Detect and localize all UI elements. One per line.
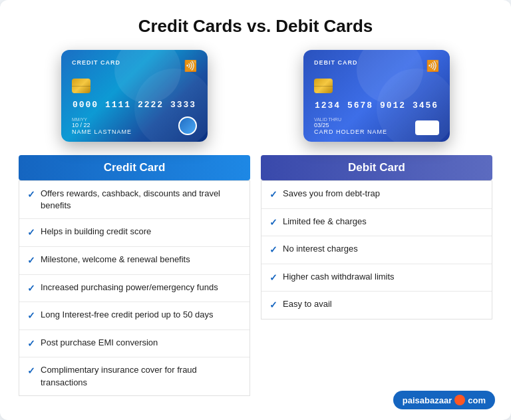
credit-feature-1: Offers rewards, cashback, discounts and … (41, 188, 242, 212)
contactless-icon: 🛜 (426, 59, 439, 73)
credit-column: CREDIT CARD 🛜 0000 1111 2222 3333 MM/YY … (19, 50, 250, 396)
comparison-columns: CREDIT CARD 🛜 0000 1111 2222 3333 MM/YY … (19, 50, 492, 396)
check-icon: ✓ (269, 216, 277, 230)
debit-feature-5: Easy to avail (283, 298, 332, 310)
list-item: ✓ Offers rewards, cashback, discounts an… (19, 181, 250, 219)
check-icon: ✓ (269, 272, 277, 285)
debit-feature-2: Limited fee & charges (283, 216, 367, 228)
check-icon: ✓ (27, 254, 35, 268)
debit-card-image: DEBIT CARD 🛜 1234 5678 9012 3456 VALID T… (261, 50, 492, 150)
debit-feature-1: Saves you from debt-trap (283, 188, 380, 200)
credit-feature-5: Long Interest-free credit period up to 5… (41, 309, 213, 321)
credit-feature-7: Complimentary insurance cover for fraud … (41, 364, 242, 388)
credit-features-list: ✓ Offers rewards, cashback, discounts an… (19, 180, 250, 396)
main-container: Credit Cards vs. Debit Cards CREDIT CARD… (0, 0, 511, 420)
check-icon: ✓ (269, 299, 277, 312)
credit-card-name: NAME LASTNAME (72, 128, 132, 135)
credit-card-image: CREDIT CARD 🛜 0000 1111 2222 3333 MM/YY … (19, 50, 250, 150)
card-logo (178, 116, 197, 135)
credit-expiry-value: 10 / 22 (72, 122, 132, 128)
credit-feature-3: Milestone, welcome & renewal benefits (41, 254, 190, 266)
credit-feature-4: Increased purchasing power/emergency fun… (41, 282, 218, 294)
credit-card-type-label: CREDIT CARD (72, 59, 120, 66)
debit-features-list: ✓ Saves you from debt-trap ✓ Limited fee… (261, 180, 492, 319)
check-icon: ✓ (27, 365, 35, 378)
check-icon: ✓ (27, 310, 35, 323)
credit-feature-2: Helps in building credit score (41, 226, 151, 238)
credit-header: Credit Card (19, 155, 250, 180)
debit-expiry-value: 03/25 (314, 122, 387, 128)
chip-icon (72, 79, 90, 93)
check-icon: ✓ (27, 188, 35, 202)
list-item: ✓ Long Interest-free credit period up to… (19, 302, 250, 330)
watermark-suffix: com (468, 395, 486, 405)
debit-feature-4: Higher cash withdrawal limits (283, 271, 395, 283)
list-item: ✓ Complimentary insurance cover for frau… (19, 357, 250, 395)
credit-expiry-label: MM/YY (72, 117, 132, 122)
watermark-text: paisabazaar (403, 395, 452, 405)
debit-expiry-label: VALID THRU (314, 117, 387, 122)
debit-column: DEBIT CARD 🛜 1234 5678 9012 3456 VALID T… (261, 50, 492, 396)
debit-header: Debit Card (261, 155, 492, 180)
check-icon: ✓ (27, 282, 35, 296)
credit-feature-6: Post purchase EMI conversion (41, 337, 158, 349)
list-item: ✓ Milestone, welcome & renewal benefits (19, 247, 250, 275)
list-item: ✓ Post purchase EMI conversion (19, 330, 250, 358)
page-title: Credit Cards vs. Debit Cards (19, 16, 492, 37)
check-icon: ✓ (27, 337, 35, 351)
watermark: paisabazaar com (393, 391, 495, 409)
watermark-dot (454, 395, 465, 405)
credit-card-visual: CREDIT CARD 🛜 0000 1111 2222 3333 MM/YY … (61, 50, 208, 142)
chip-icon (314, 79, 333, 93)
credit-card-number: 0000 1111 2222 3333 (72, 100, 197, 110)
contactless-icon: 🛜 (184, 59, 197, 73)
list-item: ✓ No interest charges (261, 236, 492, 264)
check-icon: ✓ (269, 244, 277, 257)
list-item: ✓ Saves you from debt-trap (261, 181, 492, 209)
debit-card-name: CARD HOLDER NAME (314, 128, 387, 135)
debit-card-logo (415, 120, 439, 135)
list-item: ✓ Limited fee & charges (261, 209, 492, 237)
list-item: ✓ Higher cash withdrawal limits (261, 264, 492, 292)
debit-feature-3: No interest charges (283, 243, 358, 255)
debit-card-visual: DEBIT CARD 🛜 1234 5678 9012 3456 VALID T… (303, 50, 450, 142)
check-icon: ✓ (27, 226, 35, 240)
list-item: ✓ Helps in building credit score (19, 219, 250, 247)
debit-card-type-label: DEBIT CARD (314, 59, 358, 66)
check-icon: ✓ (269, 188, 277, 202)
list-item: ✓ Increased purchasing power/emergency f… (19, 275, 250, 303)
debit-card-number: 1234 5678 9012 3456 (314, 101, 439, 110)
list-item: ✓ Easy to avail (261, 292, 492, 319)
